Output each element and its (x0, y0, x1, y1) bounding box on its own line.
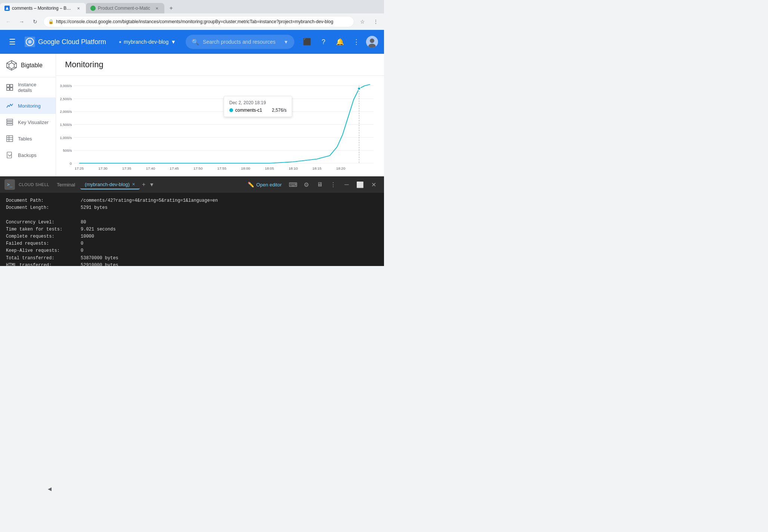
project-dropdown-icon: ▼ (171, 39, 176, 45)
hamburger-menu[interactable]: ☰ (6, 34, 19, 49)
svg-text:17:30: 17:30 (98, 166, 107, 170)
key-visualizer-icon (6, 118, 13, 126)
project-name: mybranch-dev-blog (124, 39, 168, 45)
open-editor-button[interactable]: ✏️ Open editor (244, 180, 285, 189)
svg-text:17:35: 17:35 (122, 166, 131, 170)
sidebar-item-label-backups: Backups (18, 152, 37, 158)
svg-marker-8 (9, 63, 14, 69)
preview-button[interactable]: 🖥 (314, 179, 326, 191)
shell-tab-terminal-label: Terminal (57, 182, 75, 188)
sidebar-item-instance-details[interactable]: Instance details (0, 77, 56, 98)
shell-tabs: Terminal (mybranch-dev-blog) ✕ + ▼ (52, 180, 156, 189)
gcp-logo: Google Cloud Platform (25, 37, 106, 47)
tooltip-dot (229, 108, 233, 112)
shell-tab-terminal[interactable]: Terminal (52, 180, 80, 189)
svg-line-13 (7, 67, 9, 68)
cloud-shell-icon: >_ (4, 179, 15, 190)
terminal-line-blank1 (6, 211, 378, 219)
gcp-logo-icon (25, 37, 35, 47)
svg-text:1,000/s: 1,000/s (60, 136, 72, 140)
svg-text:3,000/s: 3,000/s (60, 84, 72, 88)
back-button[interactable]: ← (3, 16, 13, 27)
tab-comment-o-matic[interactable]: Product Comment-o-Matic ✕ (86, 3, 164, 13)
tooltip-series-name: comments-c1 (235, 108, 262, 113)
sidebar-item-label-monitoring: Monitoring (18, 103, 41, 109)
keyboard-button[interactable]: ⌨ (287, 179, 299, 191)
avatar[interactable] (366, 36, 378, 48)
search-bar[interactable]: 🔍 ▼ (186, 35, 294, 49)
project-selector[interactable]: ● mybranch-dev-blog ▼ (115, 37, 180, 47)
sidebar-item-key-visualizer[interactable]: Key Visualizer (0, 114, 56, 130)
header-actions: ⬛ ? 🔔 ⋮ (300, 35, 378, 49)
new-tab-button[interactable]: + (166, 3, 176, 13)
svg-line-11 (14, 67, 16, 68)
bigtable-logo-icon (6, 60, 17, 71)
terminal-line-8: HTML transferred: 52910000 bytes (6, 262, 378, 266)
minimize-shell-button[interactable]: ─ (341, 179, 353, 191)
more-button[interactable]: ⋮ (371, 16, 381, 27)
shell-terminal[interactable]: Document Path: /comments/42?rating=4&rat… (0, 193, 384, 266)
svg-rect-16 (10, 84, 13, 87)
sidebar-header: Bigtable (0, 54, 56, 77)
address-bar[interactable]: 🔒 https://console.cloud.google.com/bigta… (43, 16, 354, 27)
svg-text:18:20: 18:20 (336, 166, 345, 170)
terminal-line-2: Concurrency Level: 80 (6, 219, 378, 226)
gcp-title: Google Cloud Platform (38, 38, 106, 46)
tooltip-date: Dec 2, 2020 18:19 (229, 100, 287, 105)
svg-text:18:15: 18:15 (312, 166, 321, 170)
forward-button[interactable]: → (16, 16, 27, 27)
maximize-shell-button[interactable]: ⬜ (354, 179, 366, 191)
sidebar-item-backups[interactable]: Backups (0, 147, 56, 163)
open-editor-label: Open editor (256, 182, 282, 188)
svg-line-14 (7, 63, 9, 64)
tab-label-comment: Product Comment-o-Matic (98, 6, 150, 11)
cloud-shell: >_ CLOUD SHELL Terminal (mybranch-dev-bl… (0, 176, 384, 266)
shell-tab-add-button[interactable]: + (140, 180, 147, 189)
sidebar-item-label-instance: Instance details (18, 82, 50, 93)
url-text: https://console.cloud.google.com/bigtabl… (56, 19, 333, 24)
svg-rect-22 (7, 136, 13, 142)
svg-text:18:10: 18:10 (289, 166, 298, 170)
svg-text:18:00: 18:00 (241, 166, 250, 170)
search-icon: 🔍 (192, 38, 199, 46)
terminal-line-1: Document Length: 5291 bytes (6, 204, 378, 211)
reload-button[interactable]: ↻ (30, 16, 40, 27)
terminal-line-4: Complete requests: 10000 (6, 233, 378, 240)
svg-rect-21 (7, 124, 13, 125)
svg-text:2,000/s: 2,000/s (60, 110, 72, 114)
tab-monitoring[interactable]: comments – Monitoring – Bigta… ✕ (0, 3, 86, 13)
terminal-line-0: Document Path: /comments/42?rating=4&rat… (6, 197, 378, 204)
cloud-shell-button[interactable]: ⬛ (300, 35, 314, 49)
more-options-button[interactable]: ⋮ (350, 35, 363, 49)
shell-tab-dropdown[interactable]: ▼ (148, 180, 156, 189)
svg-rect-20 (7, 121, 13, 123)
tab-close-monitoring[interactable]: ✕ (75, 5, 81, 11)
notifications-button[interactable]: 🔔 (333, 35, 347, 49)
svg-point-5 (370, 38, 374, 43)
pencil-icon: ✏️ (248, 182, 254, 188)
gcp-header: ☰ Google Cloud Platform ● mybranch-dev-b… (0, 30, 384, 54)
svg-line-10 (14, 63, 16, 64)
svg-text:2,500/s: 2,500/s (60, 97, 72, 101)
sidebar-item-monitoring[interactable]: Monitoring (0, 98, 56, 114)
svg-text:0: 0 (70, 161, 72, 166)
svg-text:17:40: 17:40 (146, 166, 155, 170)
more-shell-button[interactable]: ⋮ (327, 179, 339, 191)
settings-button[interactable]: ⚙ (300, 179, 312, 191)
shell-tab-mybranch[interactable]: (mybranch-dev-blog) ✕ (80, 180, 140, 189)
chart-tooltip: Dec 2, 2020 18:19 comments-c1 2,576/s (224, 96, 292, 117)
tab-favicon-monitoring (4, 6, 10, 11)
shell-actions: ✏️ Open editor ⌨ ⚙ 🖥 ⋮ ─ ⬜ ✕ (244, 179, 380, 191)
terminal-line-5: Failed requests: 0 (6, 240, 378, 247)
sidebar-item-tables[interactable]: Tables (0, 130, 56, 147)
search-input[interactable] (203, 39, 280, 45)
close-shell-button[interactable]: ✕ (368, 179, 380, 191)
terminal-line-6: Keep-Alive requests: 0 (6, 247, 378, 254)
chart-area: 3,000/s 2,500/s 2,000/s 1,500/s 1,000/s … (56, 76, 384, 176)
shell-tab-mybranch-close[interactable]: ✕ (132, 182, 135, 187)
content-header: Monitoring (56, 54, 384, 76)
tab-close-comment[interactable]: ✕ (154, 5, 160, 11)
bookmark-button[interactable]: ☆ (357, 16, 368, 27)
terminal-line-3: Time taken for tests: 9.021 seconds (6, 226, 378, 233)
help-button[interactable]: ? (317, 35, 330, 49)
